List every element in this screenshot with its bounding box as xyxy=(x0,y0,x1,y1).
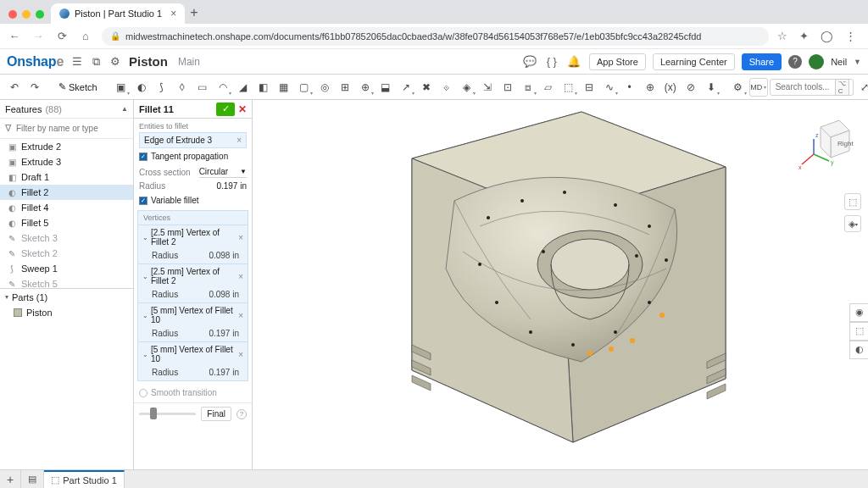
feature-item[interactable]: ◐Fillet 4 xyxy=(0,200,133,215)
bookmark-icon[interactable]: ☆ xyxy=(777,30,787,42)
split-icon[interactable]: ⬓ xyxy=(376,78,395,97)
cross-section-select[interactable]: Circular ▼ xyxy=(199,166,247,178)
undo-button[interactable]: ↶ xyxy=(5,78,24,97)
shell-icon[interactable]: ▢▾ xyxy=(295,78,314,97)
vertex-item[interactable]: ⌄[5 mm] Vertex of Fillet 10×Radius0.197 … xyxy=(138,341,248,380)
bell-icon[interactable]: 🔔 xyxy=(565,53,582,69)
overflow-icon[interactable]: ⋮ xyxy=(845,30,856,42)
view-normal-icon[interactable]: ⬚ xyxy=(844,193,861,210)
sketch-button[interactable]: ✎ Sketch xyxy=(53,79,103,95)
user-avatar[interactable] xyxy=(809,54,824,69)
delete-face-icon[interactable]: ✖ xyxy=(417,78,436,97)
feature-filter-input[interactable] xyxy=(14,123,128,134)
home-button[interactable]: ⌂ xyxy=(78,30,93,42)
feature-item[interactable]: ◧Draft 1 xyxy=(0,169,133,185)
measure-icon[interactable]: ◉ xyxy=(849,303,868,322)
forward-button[interactable]: → xyxy=(31,30,46,42)
back-button[interactable]: ← xyxy=(7,30,22,42)
revolve-icon[interactable]: ◐ xyxy=(132,78,151,97)
import-icon[interactable]: ⬇▾ xyxy=(702,78,721,97)
filter-icon[interactable]: ∇ xyxy=(5,123,11,134)
variable-fillet-checkbox-row[interactable]: ✓ Variable fillet xyxy=(134,192,252,208)
tab-part-studio[interactable]: ⬚ Part Studio 1 xyxy=(44,470,125,488)
tool-search[interactable]: ⌥ C xyxy=(770,79,854,96)
pattern-icon[interactable]: ⊞ xyxy=(336,78,354,97)
dialog-cancel-button[interactable]: ✕ xyxy=(238,103,247,115)
app-store-button[interactable]: App Store xyxy=(589,53,646,70)
features-heading[interactable]: Features (88) ▲ xyxy=(0,100,133,119)
part-item[interactable]: Piston xyxy=(0,305,133,320)
dialog-help-icon[interactable]: ? xyxy=(236,409,247,419)
boolean-icon[interactable]: ⊕▾ xyxy=(356,78,375,97)
brand-logo[interactable]: Onshape xyxy=(7,54,64,69)
transform-icon[interactable]: ↗▾ xyxy=(397,78,415,97)
replace-face-icon[interactable]: ⊡ xyxy=(498,78,517,97)
clear-entity-icon[interactable]: × xyxy=(236,136,242,145)
close-window-icon[interactable] xyxy=(8,10,17,19)
comment-icon[interactable]: 💬 xyxy=(521,53,538,69)
mass-props-button[interactable]: MD▾ xyxy=(749,78,768,97)
profile-icon[interactable]: ◯ xyxy=(821,30,833,42)
url-input[interactable]: 🔒 midwestmachinetech.onshape.com/documen… xyxy=(102,27,769,46)
settings-icon[interactable]: ⚙ xyxy=(108,53,122,69)
loft-icon[interactable]: ◊ xyxy=(173,78,192,97)
vertex-item[interactable]: ⌄[2.5 mm] Vertex of Fillet 2×Radius0.098… xyxy=(138,263,248,302)
final-button[interactable]: Final xyxy=(201,407,231,421)
surface-icon[interactable]: ◈▾ xyxy=(458,78,476,97)
tab-list-button[interactable]: ▤ xyxy=(21,470,44,488)
feature-item[interactable]: ◐Fillet 2 xyxy=(0,185,133,200)
config-gear-icon[interactable]: ⚙▾ xyxy=(729,78,748,97)
new-tab-button[interactable]: + xyxy=(190,5,198,20)
feature-item[interactable]: ◐Fillet 5 xyxy=(0,215,133,230)
variable-icon[interactable]: (x) xyxy=(661,78,680,97)
reload-button[interactable]: ⟳ xyxy=(54,30,70,42)
tangent-checkbox-row[interactable]: ✓ Tangent propagation xyxy=(134,148,252,164)
tree-icon[interactable]: ⧉ xyxy=(91,53,102,70)
fillet-icon[interactable]: ◠▾ xyxy=(214,78,232,97)
thicken-icon[interactable]: ▭ xyxy=(193,78,212,97)
vertex-item[interactable]: ⌄[2.5 mm] Vertex of Fillet 2×Radius0.098… xyxy=(138,225,248,263)
menu-icon[interactable]: ☰ xyxy=(70,53,84,69)
help-icon[interactable]: ? xyxy=(788,55,802,69)
rib-icon[interactable]: ▦ xyxy=(275,78,293,97)
radius-value[interactable]: 0.197 in xyxy=(216,181,247,191)
user-name[interactable]: Neil xyxy=(831,57,847,67)
draft-icon[interactable]: ◧ xyxy=(254,78,273,97)
expand-icon[interactable]: ⤢ xyxy=(855,78,868,97)
parts-heading[interactable]: ▾ Parts (1) xyxy=(0,288,133,305)
view-iso-icon[interactable]: ◈▾ xyxy=(844,215,861,232)
collapse-parts-icon[interactable]: ▾ xyxy=(5,293,8,301)
redo-button[interactable]: ↷ xyxy=(25,78,44,97)
browser-tab[interactable]: Piston | Part Studio 1 × xyxy=(51,3,185,24)
section-icon[interactable]: ◐ xyxy=(849,341,868,359)
feature-item[interactable]: ▣Extrude 3 xyxy=(0,154,133,169)
feature-item[interactable]: ✎Sketch 5 xyxy=(0,276,133,288)
frame-icon[interactable]: ⊟ xyxy=(580,78,598,97)
user-dropdown-caret-icon[interactable]: ▼ xyxy=(854,58,861,66)
minimize-window-icon[interactable] xyxy=(22,10,31,19)
learning-center-button[interactable]: Learning Center xyxy=(653,53,735,70)
feature-item[interactable]: ▣Extrude 2 xyxy=(0,139,133,154)
remove-vertex-icon[interactable]: × xyxy=(238,350,243,359)
smooth-transition-row[interactable]: Smooth transition xyxy=(134,383,252,402)
hole-icon[interactable]: ◎ xyxy=(315,78,334,97)
close-tab-icon[interactable]: × xyxy=(170,8,176,19)
remove-vertex-icon[interactable]: × xyxy=(238,311,243,320)
modify-icon[interactable]: ⟐ xyxy=(437,78,456,97)
remove-vertex-icon[interactable]: × xyxy=(238,233,243,242)
share-button[interactable]: Share xyxy=(742,53,782,70)
document-title[interactable]: Piston xyxy=(129,54,168,69)
plane-icon[interactable]: ▱ xyxy=(539,78,558,97)
preview-slider[interactable] xyxy=(139,413,196,415)
point-icon[interactable]: • xyxy=(620,78,639,97)
mate-connector-icon[interactable]: ⊕ xyxy=(641,78,659,97)
offset-surface-icon[interactable]: ⧈▾ xyxy=(519,78,537,97)
mass-icon[interactable]: ⬚ xyxy=(849,322,868,341)
extension-icon[interactable]: ✦ xyxy=(799,30,809,42)
remove-vertex-icon[interactable]: × xyxy=(238,272,243,281)
tool-search-input[interactable] xyxy=(774,81,832,92)
extrude-icon[interactable]: ▣▾ xyxy=(112,78,131,97)
entities-field[interactable]: Edge of Extrude 3 × xyxy=(139,132,247,148)
curve-icon[interactable]: ∿▾ xyxy=(600,78,619,97)
sheet-metal-icon[interactable]: ⬚▾ xyxy=(559,78,578,97)
